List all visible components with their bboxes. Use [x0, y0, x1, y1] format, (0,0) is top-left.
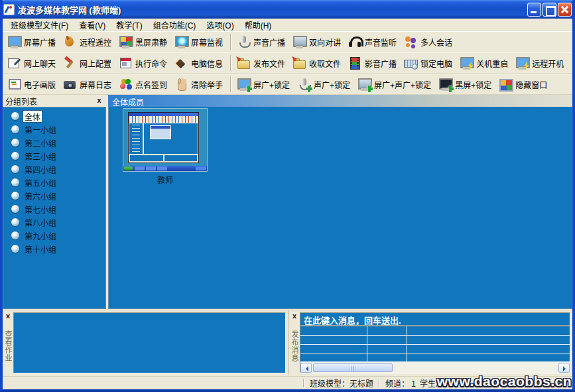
menu-file[interactable]: 班级模型文件(F) — [5, 18, 74, 32]
group-list-close-icon[interactable]: x — [95, 97, 103, 105]
voice-broadcast-button[interactable]: 声音广播 — [234, 34, 290, 50]
sidebar-item-group7[interactable]: 第七小组 — [3, 202, 105, 216]
button-label: 执行命令 — [135, 58, 167, 69]
homework-tab-label: 查看作业 — [3, 330, 13, 362]
button-label: 声音广播 — [253, 36, 285, 48]
toolbar-row-3: 电子画版 屏幕日志 点名签到 清除举手 屏广+锁定 声广+锁定 屏广+声广+锁定… — [3, 74, 572, 95]
group-list-title: 分组列表 — [5, 96, 37, 107]
online-chat-icon — [7, 56, 21, 70]
button-label: 关机重启 — [476, 58, 508, 69]
button-label: 黑屏肃静 — [135, 36, 167, 48]
message-input[interactable]: 在此键入消息，回车送出. — [300, 313, 570, 326]
menu-view[interactable]: 查看(V) — [74, 18, 111, 32]
maximize-button[interactable] — [543, 3, 556, 17]
lightning-overlay-icon — [467, 62, 474, 70]
remote-control-button[interactable]: 远程遥控 — [60, 34, 116, 50]
screen-voice-lock-button[interactable]: 屏广+声广+锁定 — [355, 76, 436, 92]
minimize-button[interactable] — [527, 3, 541, 17]
roll-call-button[interactable]: 点名签到 — [116, 76, 172, 92]
status-separator — [303, 379, 304, 387]
screen-log-button[interactable]: 屏幕日志 — [60, 76, 116, 92]
button-label: 双向对讲 — [309, 36, 341, 48]
sidebar-item-group3[interactable]: 第三小组 — [3, 149, 105, 163]
arrow-overlay-icon — [292, 56, 297, 62]
plus-overlay-icon — [366, 86, 373, 92]
button-label: 屏幕监视 — [191, 36, 223, 48]
member-teacher[interactable]: 教师 — [122, 108, 208, 185]
message-content: 在此键入消息，回车送出. — [300, 312, 570, 373]
run-command-button[interactable]: 执行命令 — [116, 55, 172, 71]
group-list: 全体 第一小组 第二小组 第三小组 第四小组 第五小组 第六小组 第七小组 第八… — [3, 107, 106, 309]
homework-close-icon[interactable]: x — [4, 312, 13, 321]
sidebar-item-group8[interactable]: 第八小组 — [3, 216, 105, 229]
mini-window — [128, 112, 199, 163]
collect-files-button[interactable]: 收取文件 — [290, 55, 346, 71]
screenbroadcast-lock-button[interactable]: 屏广+锁定 — [234, 76, 294, 92]
toolbar-separator — [230, 34, 231, 50]
button-label: 网上聊天 — [24, 58, 56, 69]
status-channel: 频道： 1 — [383, 377, 418, 389]
online-config-button[interactable]: 网上配置 — [60, 55, 116, 71]
homework-tab-strip: x 查看作业 — [3, 310, 13, 375]
mini-tray — [196, 166, 206, 170]
group-ball-icon — [11, 218, 19, 226]
mini-member-area — [144, 123, 198, 154]
send-files-button[interactable]: 发布文件 — [234, 55, 290, 71]
media-broadcast-icon — [348, 56, 362, 70]
button-label: 影音广播 — [365, 58, 397, 69]
button-label: 锁定电脑 — [420, 58, 452, 69]
blackscreen-lock-button[interactable]: 黑屏+锁定 — [436, 76, 496, 92]
lock-computer-button[interactable]: 锁定电脑 — [401, 55, 457, 71]
group-label: 第六小组 — [23, 190, 58, 202]
menu-teach[interactable]: 教学(T) — [111, 18, 147, 32]
button-label: 远程遥控 — [80, 36, 111, 48]
homework-content[interactable] — [13, 312, 286, 373]
menu-combo[interactable]: 组合功能(C) — [148, 18, 202, 32]
button-label: 屏幕广播 — [24, 36, 56, 48]
hide-window-button[interactable]: 隐藏窗口 — [496, 76, 552, 92]
sidebar-item-group1[interactable]: 第一小组 — [3, 123, 105, 136]
screen-monitor-button[interactable]: 屏幕监视 — [172, 34, 227, 50]
media-broadcast-button[interactable]: 影音广播 — [346, 55, 401, 71]
group-label: 第九小组 — [23, 230, 58, 241]
computer-info-button[interactable]: 电脑信息 — [172, 55, 227, 71]
online-chat-button[interactable]: 网上聊天 — [5, 55, 60, 71]
remote-poweron-button[interactable]: 远程开机 — [513, 55, 568, 71]
clear-raised-hands-button[interactable]: 清除举手 — [172, 76, 227, 92]
member-label: 教师 — [122, 174, 208, 185]
screen-broadcast-button[interactable]: 屏幕广播 — [5, 34, 60, 50]
message-close-icon[interactable]: x — [290, 312, 299, 321]
hide-window-icon — [498, 78, 513, 91]
sidebar-item-group10[interactable]: 第十小组 — [3, 242, 105, 255]
two-way-intercom-button[interactable]: 双向对讲 — [290, 34, 346, 50]
online-config-icon — [62, 56, 77, 70]
sidebar-item-group6[interactable]: 第六小组 — [3, 189, 105, 202]
screenbroadcast-lock-icon — [236, 78, 251, 91]
shutdown-restart-button[interactable]: 关机重启 — [457, 55, 513, 71]
homework-panel: x 查看作业 — [3, 310, 288, 375]
sidebar-item-all[interactable]: 全体 — [3, 109, 105, 123]
scroll-right-icon[interactable] — [558, 363, 570, 373]
menu-options[interactable]: 选项(O) — [201, 18, 239, 32]
menu-help[interactable]: 帮助(H) — [239, 18, 277, 32]
scroll-left-icon[interactable] — [300, 363, 312, 373]
title-bar[interactable]: 凌波多媒体教学网 (教师端) — [0, 0, 575, 19]
button-label: 声音监听 — [365, 36, 397, 48]
scrollbar-thumb[interactable] — [313, 363, 393, 372]
sidebar-item-group9[interactable]: 第九小组 — [3, 229, 105, 242]
black-screen-quiet-button[interactable]: 黑屏肃静 — [116, 34, 172, 50]
group-session-button[interactable]: 多人会话 — [401, 34, 457, 50]
sidebar-item-group2[interactable]: 第二小组 — [3, 136, 105, 149]
voicebroadcast-lock-button[interactable]: 声广+锁定 — [294, 76, 355, 92]
whiteboard-button[interactable]: 电子画版 — [5, 76, 60, 92]
app-icon — [3, 4, 15, 15]
voice-listen-button[interactable]: 声音监听 — [346, 34, 401, 50]
horizontal-scrollbar[interactable] — [300, 361, 570, 373]
sidebar-item-group5[interactable]: 第五小组 — [3, 176, 105, 189]
close-button[interactable] — [558, 3, 572, 17]
toolbar-separator — [230, 76, 231, 92]
remote-poweron-icon — [515, 56, 529, 70]
sidebar-item-group4[interactable]: 第四小组 — [3, 163, 105, 176]
group-list-panel: 分组列表 x 全体 第一小组 第二小组 第三小组 第四小组 第五小组 第六小组 … — [3, 95, 106, 309]
blackscreen-lock-icon — [438, 78, 452, 91]
